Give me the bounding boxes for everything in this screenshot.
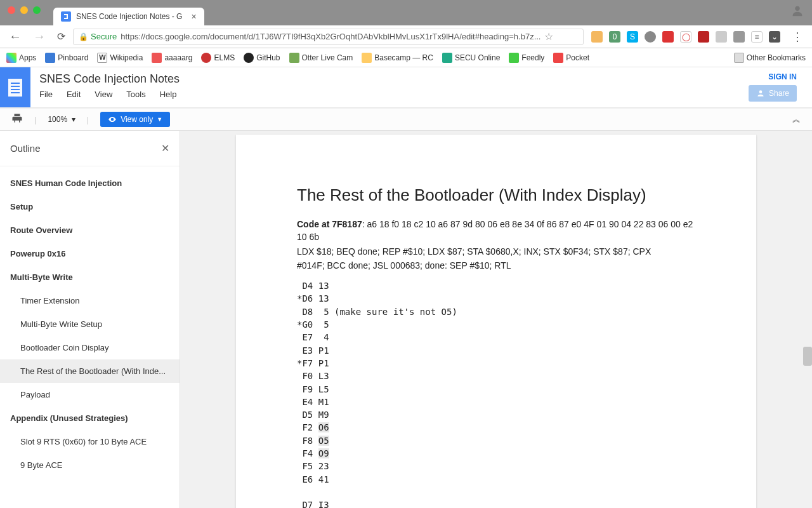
maximize-window-button[interactable] — [33, 6, 41, 14]
reload-button[interactable]: ⟳ — [53, 30, 69, 43]
close-window-button[interactable] — [8, 6, 15, 14]
bookmark-icon — [152, 53, 162, 63]
bookmark-star-icon[interactable]: ☆ — [544, 30, 553, 43]
document-canvas[interactable]: The Rest of the Bootloader (With Index D… — [180, 131, 812, 508]
outline-item[interactable]: Multi-Byte Write — [0, 265, 180, 289]
docs-logo[interactable] — [0, 67, 30, 107]
share-button[interactable]: Share — [749, 85, 797, 102]
forward-button: → — [29, 29, 49, 44]
window-titlebar: SNES Code Injection Notes - G × — [0, 0, 812, 25]
bookmark-icon — [244, 53, 254, 63]
extension-icon[interactable] — [645, 31, 656, 43]
document-title[interactable]: SNES Code Injection Notes — [39, 72, 180, 86]
outline-item[interactable]: Bootloader Coin Display — [0, 336, 180, 359]
bookmark-secu[interactable]: SECU Online — [442, 53, 500, 63]
extension-icon[interactable]: ◯ — [680, 31, 691, 43]
menu-help[interactable]: Help — [160, 90, 177, 99]
back-button[interactable]: ← — [5, 29, 25, 44]
collapse-toolbar-icon[interactable]: ︽ — [792, 114, 801, 125]
outline-item[interactable]: Appendix (Unused Strategies) — [0, 406, 180, 430]
bookmark-aaaaarg[interactable]: aaaaarg — [152, 53, 192, 63]
bookmark-wikipedia[interactable]: WWikipedia — [97, 53, 143, 63]
pocket-icon[interactable]: ⌄ — [769, 31, 780, 43]
close-outline-icon[interactable]: ✕ — [161, 142, 169, 154]
bookmark-icon — [553, 53, 563, 63]
bookmark-icon — [201, 53, 211, 63]
outline-item[interactable]: Route Overview — [0, 218, 180, 242]
code-block: D4 13 *D6 13 D8 5 (make sure it's not O5… — [297, 279, 695, 508]
bookmark-icon — [362, 53, 372, 63]
bookmark-icon — [289, 53, 299, 63]
other-bookmarks[interactable]: Other Bookmarks — [734, 53, 806, 63]
menu-bar: File Edit View Tools Help — [39, 90, 180, 99]
extension-icon[interactable] — [733, 31, 745, 43]
lock-icon: 🔒 — [79, 32, 88, 41]
outline-item[interactable]: The Rest of the Bootloader (With Inde... — [0, 359, 180, 383]
menu-view[interactable]: View — [95, 90, 112, 99]
outline-item[interactable]: Timer Extension — [0, 289, 180, 312]
browser-tab[interactable]: SNES Code Injection Notes - G × — [53, 8, 204, 25]
tab-title: SNES Code Injection Notes - G — [76, 12, 182, 21]
outline-header: Outline ✕ — [0, 131, 180, 166]
menu-file[interactable]: File — [39, 90, 53, 99]
docs-logo-icon — [8, 79, 22, 97]
address-bar[interactable]: 🔒 Secure https://docs.google.com/documen… — [73, 29, 584, 45]
skype-icon[interactable]: S — [627, 31, 638, 43]
apps-icon — [6, 53, 16, 63]
svg-point-0 — [795, 6, 799, 11]
outline-item[interactable]: Payload — [0, 383, 180, 406]
bookmark-pocket[interactable]: Pocket — [553, 53, 589, 63]
outline-item[interactable]: Setup — [0, 195, 180, 218]
bookmark-basecamp[interactable]: Basecamp — RC — [362, 53, 433, 63]
outline-item[interactable]: 9 Byte ACE — [0, 453, 180, 477]
svg-point-1 — [759, 90, 763, 93]
docs-favicon — [61, 11, 71, 22]
extension-icon[interactable] — [591, 31, 603, 43]
main-area: Outline ✕ SNES Human Code InjectionSetup… — [0, 131, 812, 508]
outline-item[interactable]: Multi-Byte Write Setup — [0, 312, 180, 336]
bookmark-icon: W — [97, 53, 107, 63]
print-button[interactable] — [11, 112, 23, 126]
outline-item[interactable]: Slot 9 RTS (0x60) for 10 Byte ACE — [0, 430, 180, 453]
apps-shortcut[interactable]: Apps — [6, 53, 36, 63]
extension-icon[interactable]: 0 — [609, 31, 620, 43]
outline-item[interactable]: SNES Human Code Injection — [0, 171, 180, 195]
minimize-window-button[interactable] — [20, 6, 28, 14]
outline-panel: Outline ✕ SNES Human Code InjectionSetup… — [0, 131, 180, 508]
view-mode-button[interactable]: View only ▼ — [100, 112, 170, 127]
secure-label: Secure — [91, 32, 117, 41]
code-hex-line: Code at 7F8187: a6 18 f0 18 c2 10 a6 87 … — [297, 218, 695, 244]
eye-icon — [108, 115, 117, 124]
close-tab-icon[interactable]: × — [191, 11, 196, 22]
bookmark-otter[interactable]: Otter Live Cam — [289, 53, 353, 63]
browser-profile-icon[interactable] — [790, 4, 804, 22]
folder-icon — [734, 53, 744, 63]
asm-line-1: LDX $18; BEQ done; REP #$10; LDX $87; ST… — [297, 245, 695, 258]
bookmarks-bar: Apps Pinboard WWikipedia aaaaarg ELMS Gi… — [0, 48, 812, 67]
extension-icon[interactable] — [662, 31, 674, 43]
share-icon — [756, 89, 765, 98]
outline-item[interactable]: Powerup 0x16 — [0, 242, 180, 265]
scrollbar-thumb[interactable] — [803, 347, 812, 366]
docs-toolbar: | 100% ▾ | View only ▼ ︽ — [0, 108, 812, 131]
menu-edit[interactable]: Edit — [67, 90, 81, 99]
rss-icon[interactable]: ≡ — [751, 31, 763, 43]
extension-icon[interactable] — [716, 31, 727, 43]
zoom-select[interactable]: 100% ▾ — [48, 115, 75, 124]
tab-strip: SNES Code Injection Notes - G × — [53, 0, 204, 25]
address-bar-row: ← → ⟳ 🔒 Secure https://docs.google.com/d… — [0, 25, 812, 48]
menu-tools[interactable]: Tools — [126, 90, 145, 99]
url-text: https://docs.google.com/document/d/1TJ6W… — [121, 32, 540, 41]
extension-icons: 0 S ◯ ≡ ⌄ — [587, 31, 784, 43]
bookmark-elms[interactable]: ELMS — [201, 53, 235, 63]
bookmark-github[interactable]: GitHub — [244, 53, 280, 63]
window-controls — [0, 0, 48, 20]
chevron-down-icon: ▼ — [157, 116, 162, 123]
browser-menu-icon[interactable]: ⋮ — [788, 30, 807, 44]
ublock-icon[interactable] — [698, 31, 709, 43]
bookmark-pinboard[interactable]: Pinboard — [45, 53, 88, 63]
sign-in-link[interactable]: SIGN IN — [768, 72, 797, 81]
docs-header: SNES Code Injection Notes File Edit View… — [0, 67, 812, 108]
bookmark-feedly[interactable]: Feedly — [509, 53, 544, 63]
bookmark-icon — [509, 53, 519, 63]
